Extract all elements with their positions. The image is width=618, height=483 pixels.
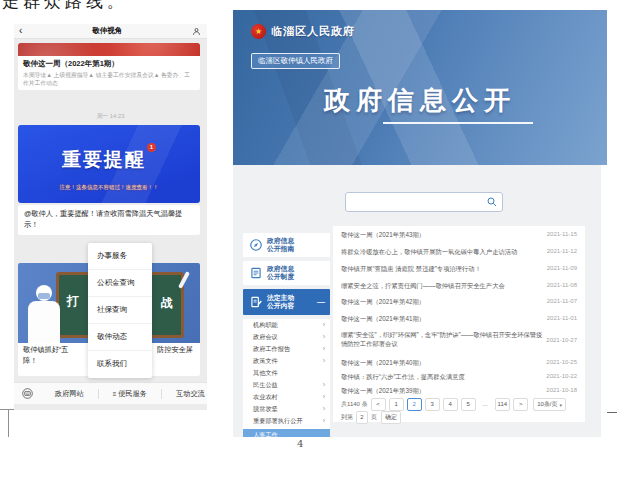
list-item-date: 2021-11-12: [547, 248, 577, 254]
search-input[interactable]: [350, 195, 484, 210]
list-item-date: 2021-11-08: [547, 282, 577, 288]
alert-caption-card[interactable]: @敬仲人，重要提醒！请查收雨雪降温天气温馨提示！: [18, 205, 200, 235]
back-chevron-icon[interactable]: ‹: [14, 24, 22, 38]
list-item-date: 2021-10-25: [546, 359, 577, 365]
clipped-document-text: 走群众路线。: [2, 0, 142, 10]
alert-subtext: 注意！这条信息不容错过！速度查看！！: [18, 184, 200, 191]
article-banner-image: [18, 43, 200, 56]
alert-banner-card[interactable]: 重要提醒1 注意！这条信息不容错过！速度查看！！: [18, 125, 200, 203]
account-menu-popup: 办事服务 公积金查询 社保查询 敬仲动态 联系我们: [88, 243, 152, 378]
chevron-right-icon: ›: [323, 343, 325, 355]
list-item-date: 2021-11-15: [547, 231, 577, 237]
keyboard-icon[interactable]: [22, 388, 33, 399]
alert-caption: @敬仲人，重要提醒！请查收雨雪降温天气温馨提示！: [18, 205, 200, 235]
gov-site-panel: ★ 临淄区人民政府 临淄区敬仲镇人民政府 政府信息公开 政府信息公开指南: [233, 10, 607, 437]
list-item-date: 2021-10-27: [546, 337, 577, 343]
sidebar-item-disclosure-guide[interactable]: 政府信息公开指南: [243, 233, 330, 257]
pagination-page-2-active[interactable]: 2: [407, 398, 422, 411]
collapse-minus-icon[interactable]: —: [317, 297, 325, 306]
submenu-item[interactable]: 其他文件: [243, 367, 330, 379]
pagination-page-4[interactable]: 4: [443, 398, 458, 411]
submenu-item[interactable]: 机构职能›: [243, 319, 330, 331]
list-item[interactable]: 敬仲这一周（2021年第41期）2021-11-01: [341, 314, 577, 326]
list-item-date: 2021-11-09: [547, 265, 577, 271]
toolbar-divider: [98, 389, 99, 399]
org-badge-button[interactable]: 临淄区敬仲镇人民政府: [251, 53, 340, 69]
chalkboard-text-left: 打: [67, 293, 79, 310]
toolbar-citizen-services[interactable]: 便民服务: [118, 389, 147, 399]
goto-page-input[interactable]: 2: [356, 411, 368, 424]
pagination-ellipsis: ...: [479, 399, 492, 410]
menu-item-fund-query[interactable]: 公积金查询: [88, 270, 152, 297]
search-bar: [345, 192, 503, 212]
list-item[interactable]: 绷紧安全之弦，拧紧责任阀门——敬仲镇召开安全生产大会2021-11-08: [341, 281, 577, 293]
notification-badge: 1: [147, 143, 156, 152]
toolbar-interaction[interactable]: 互动交流: [176, 389, 205, 399]
chevron-right-icon: ›: [323, 319, 325, 331]
article-list: 敬仲这一周（2021年第43期）2021-11-15 将群众冷暖放在心上，敬仲镇…: [333, 226, 585, 422]
submenu-item[interactable]: 脱贫攻坚›: [243, 403, 330, 415]
page-title: 政府信息公开: [233, 83, 607, 118]
menu-item-services[interactable]: 办事服务: [88, 243, 152, 270]
page-unit-label: 页: [371, 413, 377, 422]
title-underline: [383, 122, 533, 124]
goto-confirm-button[interactable]: 确定: [381, 411, 401, 424]
menu-item-contact[interactable]: 联系我们: [88, 351, 152, 377]
list-item[interactable]: 绷紧“安全弦”，织好“环保网”，念牢“防护诀”——敬仲镇召开安全环保暨疫情防控工…: [341, 330, 577, 356]
gov-content-area: 政府信息公开指南 政府信息公开制度 法定主动公开内容 — 机构职能› 政府会议›…: [233, 165, 601, 437]
pagination-page-1[interactable]: 1: [389, 398, 404, 411]
per-page-select[interactable]: 10条/页 ▾: [533, 398, 566, 411]
menu-item-news[interactable]: 敬仲动态: [88, 324, 152, 351]
submenu-item[interactable]: 重要部署执行公开›: [243, 415, 330, 427]
table-border-artifact: [8, 409, 9, 437]
sidebar-item-statutory-disclosure[interactable]: 法定主动公开内容 —: [243, 289, 330, 315]
pagination-page-3[interactable]: 3: [425, 398, 440, 411]
sidebar-item-disclosure-system[interactable]: 政府信息公开制度: [243, 261, 330, 285]
submenu-item[interactable]: 政府工作报告›: [243, 343, 330, 355]
caret-down-icon: ▾: [560, 402, 563, 408]
toolbar-divider: [161, 389, 162, 399]
toolbar-gov-website[interactable]: 政府网站: [55, 389, 84, 399]
article-card-weekly[interactable]: 敬仲这一周（2022年第1期） 本周导读▲ 上级视察指导▲ 镇主要工作安排及会议…: [18, 43, 200, 90]
chevron-right-icon: ›: [323, 331, 325, 343]
pagination-goto: 到第 2 页 确定: [341, 411, 401, 424]
pagination: 共1140 条 < 1 2 3 4 5 ... 114 > 10条/页 ▾: [341, 398, 577, 411]
submenu-item[interactable]: 农业农村›: [243, 391, 330, 403]
promo-caption-left: 敬仲镇抓好“五: [23, 345, 69, 354]
table-border-artifact: [606, 412, 617, 413]
submenu-item[interactable]: 政府会议›: [243, 331, 330, 343]
article-title: 敬仲这一周（2022年第1期）: [23, 59, 195, 69]
list-item[interactable]: 敬仲这一周（2021年第42期）2021-11-07: [341, 297, 577, 309]
list-item[interactable]: 敬仲镇开展“查隐患 清庭院 禁违建”专项治理行动！2021-11-09: [341, 264, 577, 276]
menu-item-social-security[interactable]: 社保查询: [88, 297, 152, 324]
search-icon[interactable]: [486, 196, 498, 208]
document-page-number: 4: [297, 438, 303, 449]
pagination-page-5[interactable]: 5: [461, 398, 476, 411]
list-item-date: 2021-10-18: [546, 387, 577, 393]
list-item[interactable]: 敬仲这一周（2021年第43期）2021-11-15: [341, 230, 577, 242]
gov-logo-row[interactable]: ★ 临淄区人民政府: [251, 24, 355, 39]
pagination-total: 共1140 条: [341, 400, 368, 409]
wechat-navbar: ‹ 敬仲视角: [14, 24, 207, 39]
list-item[interactable]: 敬仲这一周（2021年第40期）2021-10-25: [341, 358, 577, 370]
gov-site-name: 临淄区人民政府: [271, 24, 355, 39]
chevron-right-icon: ›: [323, 355, 325, 367]
list-item-date: 2021-10-22: [546, 373, 577, 379]
chevron-right-icon: ›: [323, 403, 325, 415]
goto-label: 到第: [341, 413, 353, 422]
person-icon[interactable]: [192, 27, 201, 36]
list-item[interactable]: 敬仲镇：践行“六步”工作法，提高群众满意度2021-10-22: [341, 372, 577, 384]
list-item[interactable]: 敬仲这一周（2021年第39期）2021-10-18: [341, 386, 577, 398]
pagination-prev[interactable]: <: [371, 398, 386, 411]
doctor-mask: [38, 293, 50, 299]
list-item[interactable]: 将群众冷暖放在心上，敬仲镇开展防一氧化碳中毒入户走访活动2021-11-12: [341, 247, 577, 259]
menu-lines-icon: ≡: [113, 391, 117, 397]
list-item-date: 2021-11-01: [547, 315, 577, 321]
submenu-item[interactable]: 民生公益›: [243, 379, 330, 391]
national-emblem-icon: ★: [251, 24, 266, 39]
pagination-next[interactable]: >: [513, 398, 528, 411]
clipboard-pen-icon: [249, 295, 263, 309]
submenu-item-active[interactable]: 人事工作: [243, 429, 330, 437]
submenu-item[interactable]: 政策文件›: [243, 355, 330, 367]
pagination-page-114[interactable]: 114: [495, 398, 511, 411]
